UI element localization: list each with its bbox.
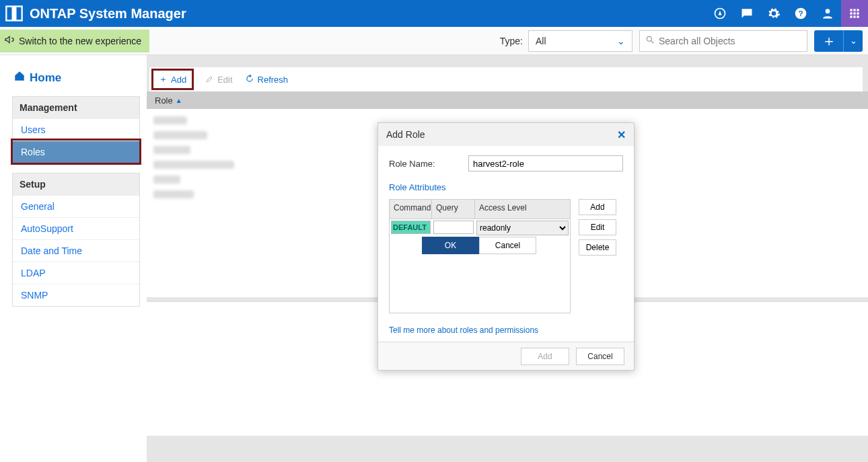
svg-rect-7	[850, 9, 852, 11]
dialog-add-button: Add	[521, 348, 569, 365]
sidebar: Home Management Users Roles Setup Genera…	[0, 55, 147, 462]
plus-icon: ＋	[159, 73, 168, 85]
sub-header: Switch to the new experience Type: All ⌄…	[0, 27, 868, 55]
add-split-button: ＋ ⌄	[814, 30, 863, 52]
sidebar-item-general[interactable]: General	[13, 195, 139, 217]
role-name-input[interactable]	[468, 155, 623, 171]
sidebar-item-users[interactable]: Users	[13, 118, 139, 141]
roles-highlight-box: Roles	[11, 139, 141, 165]
role-name-label: Role Name:	[389, 159, 456, 169]
section-header-setup: Setup	[13, 174, 139, 195]
pencil-icon	[206, 75, 214, 85]
chevron-down-icon: ⌄	[617, 36, 625, 46]
attr-col-access: Access Level	[475, 200, 570, 219]
attr-ok-button[interactable]: OK	[422, 237, 479, 254]
type-label: Type:	[500, 36, 528, 46]
app-logo	[4, 3, 24, 24]
svg-rect-15	[857, 15, 859, 17]
search-box[interactable]	[639, 30, 807, 52]
gear-icon[interactable]	[760, 0, 787, 27]
switch-experience-label: Switch to the new experience	[19, 36, 141, 46]
sidebar-item-roles[interactable]: Roles	[13, 141, 139, 163]
svg-text:?: ?	[798, 9, 803, 17]
refresh-icon	[245, 74, 254, 85]
attr-side-buttons: Add Edit Delete	[579, 199, 616, 313]
sidebar-section-setup: Setup General AutoSupport Date and Time …	[12, 173, 140, 307]
svg-rect-13	[850, 15, 852, 17]
svg-point-16	[647, 36, 651, 41]
home-label: Home	[30, 71, 61, 85]
add-split-caret[interactable]: ⌄	[844, 30, 863, 52]
help-link[interactable]: Tell me more about roles and permissions	[389, 325, 538, 335]
sidebar-item-autosupport[interactable]: AutoSupport	[13, 217, 139, 239]
apps-grid-icon[interactable]	[841, 0, 868, 27]
switch-experience-banner[interactable]: Switch to the new experience	[0, 30, 149, 52]
type-select-value: All	[536, 36, 546, 46]
chat-icon[interactable]	[733, 0, 760, 27]
role-attributes-link[interactable]: Role Attributes	[389, 182, 446, 192]
add-split-plus[interactable]: ＋	[814, 30, 844, 52]
toolbar-edit-label: Edit	[217, 75, 232, 85]
toolbar-edit-button: Edit	[206, 75, 232, 85]
toolbar: ＋ Add Edit Refresh	[149, 67, 863, 91]
dialog-title-bar: Add Role ✕	[378, 123, 634, 146]
toolbar-add-button[interactable]: ＋ Add	[159, 73, 186, 85]
sidebar-item-date-time[interactable]: Date and Time	[13, 239, 139, 262]
home-icon	[13, 70, 26, 85]
dialog-footer: Add Cancel	[378, 342, 634, 370]
svg-line-17	[651, 40, 654, 43]
attr-table-header: Command Query Access Level	[390, 200, 570, 219]
type-select[interactable]: All ⌄	[528, 30, 632, 52]
svg-point-6	[826, 9, 830, 13]
sidebar-item-ldap[interactable]: LDAP	[13, 262, 139, 284]
megaphone-icon	[4, 34, 15, 47]
attr-query-input[interactable]	[433, 221, 474, 234]
svg-rect-12	[857, 12, 859, 14]
dialog-title: Add Role	[386, 129, 425, 140]
dialog-cancel-button[interactable]: Cancel	[576, 348, 624, 365]
svg-rect-11	[853, 12, 855, 14]
attr-cancel-button[interactable]: Cancel	[479, 237, 536, 254]
app-title: ONTAP System Manager	[30, 6, 186, 22]
add-role-dialog: Add Role ✕ Role Name: Role Attributes Co…	[377, 122, 635, 371]
compass-icon[interactable]	[707, 0, 733, 27]
sort-asc-icon: ▲	[176, 97, 182, 104]
toolbar-refresh-button[interactable]: Refresh	[245, 74, 289, 85]
search-icon	[645, 35, 655, 47]
toolbar-add-label: Add	[171, 75, 186, 85]
svg-rect-1	[12, 7, 17, 21]
search-input[interactable]	[659, 36, 801, 46]
svg-marker-3	[719, 11, 722, 15]
close-icon[interactable]: ✕	[617, 128, 626, 141]
svg-rect-14	[853, 15, 855, 17]
attr-delete-button[interactable]: Delete	[579, 239, 616, 256]
role-name-row: Role Name:	[389, 155, 623, 171]
section-header-management: Management	[13, 97, 139, 118]
help-icon[interactable]: ?	[787, 0, 814, 27]
attr-col-command: Command	[390, 200, 432, 219]
attr-edit-button[interactable]: Edit	[579, 219, 616, 235]
add-highlight-box: ＋ Add	[151, 69, 194, 90]
attr-access-select[interactable]: readonly	[476, 221, 569, 235]
table-header[interactable]: Role ▲	[147, 91, 868, 109]
attr-col-query: Query	[432, 200, 475, 219]
attr-row: readonly	[390, 219, 570, 237]
toolbar-refresh-label: Refresh	[258, 75, 289, 85]
attr-add-button[interactable]: Add	[579, 199, 616, 215]
table-column-role: Role	[155, 95, 173, 106]
role-attributes-table: Command Query Access Level readonly	[389, 199, 571, 313]
app-header: ONTAP System Manager ?	[0, 0, 868, 27]
header-icon-group: ?	[707, 0, 868, 27]
home-link[interactable]: Home	[13, 70, 140, 85]
attr-command-input[interactable]	[391, 221, 431, 234]
attr-row-actions: OK Cancel	[422, 237, 570, 254]
content-area: ＋ Add Edit Refresh	[147, 55, 868, 462]
svg-rect-10	[850, 12, 852, 14]
sidebar-section-management: Management Users Roles	[12, 96, 140, 163]
user-icon[interactable]	[814, 0, 841, 27]
svg-rect-9	[857, 9, 859, 11]
svg-rect-8	[853, 9, 855, 11]
sidebar-item-snmp[interactable]: SNMP	[13, 284, 139, 306]
